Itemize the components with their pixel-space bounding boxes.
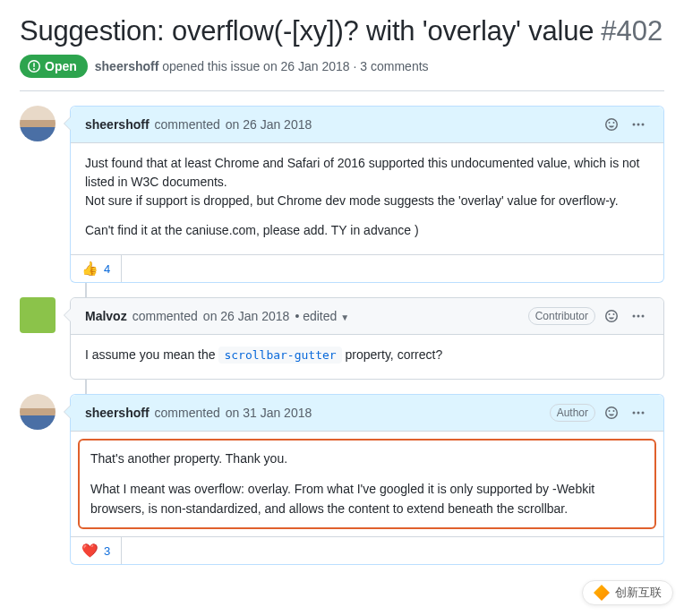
- svg-point-8: [642, 412, 645, 415]
- avatar[interactable]: [20, 297, 56, 333]
- comment-item: Malvoz commented on 26 Jan 2018 • edited…: [20, 297, 664, 380]
- comment-item: sheershoff commented on 26 Jan 2018 Just…: [20, 106, 664, 283]
- svg-point-3: [633, 315, 636, 318]
- meta-text: sheershoff opened this issue on 26 Jan 2…: [95, 59, 429, 73]
- comment-date: on 31 Jan 2018: [226, 406, 312, 420]
- svg-point-7: [637, 412, 640, 415]
- kebab-icon[interactable]: [628, 305, 649, 327]
- avatar[interactable]: [20, 106, 56, 141]
- reaction-thumbsup[interactable]: 👍 4: [71, 255, 122, 282]
- issue-title: Suggestion: overflow(-[xy])? with 'overl…: [20, 14, 594, 47]
- comment-body: I assume you mean the scrollbar-gutter p…: [71, 335, 663, 379]
- react-icon[interactable]: [601, 305, 622, 327]
- code-inline: scrollbar-gutter: [218, 346, 341, 364]
- comment-bubble: sheershoff commented on 26 Jan 2018 Just…: [70, 106, 664, 283]
- svg-point-6: [633, 412, 636, 415]
- comment-author[interactable]: Malvoz: [85, 309, 127, 323]
- reaction-heart[interactable]: ❤️ 3: [71, 537, 122, 564]
- comment-date: on 26 Jan 2018: [226, 117, 312, 132]
- comment-author[interactable]: sheershoff: [85, 406, 150, 420]
- watermark-logo-icon: [594, 585, 610, 594]
- svg-point-4: [637, 315, 640, 318]
- comment-item: sheershoff commented on 31 Jan 2018 Auth…: [20, 394, 664, 565]
- comment-body: Just found that at least Chrome and Safa…: [71, 143, 663, 254]
- state-badge: Open: [20, 55, 88, 78]
- svg-point-0: [633, 124, 636, 126]
- comment-bubble: sheershoff commented on 31 Jan 2018 Auth…: [70, 394, 664, 565]
- comment-header: Malvoz commented on 26 Jan 2018 • edited…: [71, 298, 663, 335]
- issue-meta: Open sheershoff opened this issue on 26 …: [20, 55, 664, 91]
- issue-number: #402: [601, 15, 663, 47]
- highlighted-body: That's another property. Thank you. What…: [78, 439, 656, 529]
- reactions-bar: 👍 4: [71, 254, 663, 282]
- react-icon[interactable]: [601, 114, 622, 135]
- comment-count: 3 comments: [360, 59, 428, 73]
- kebab-icon[interactable]: [628, 402, 649, 424]
- svg-point-2: [642, 124, 645, 126]
- kebab-icon[interactable]: [628, 114, 649, 135]
- avatar[interactable]: [20, 394, 56, 430]
- watermark: 创新互联: [582, 580, 673, 594]
- opened-date: on 26 Jan 2018: [263, 59, 350, 73]
- timeline: sheershoff commented on 26 Jan 2018 Just…: [20, 106, 664, 565]
- comment-header: sheershoff commented on 31 Jan 2018 Auth…: [71, 395, 663, 432]
- comment-date: on 26 Jan 2018: [203, 309, 290, 323]
- comment-author[interactable]: sheershoff: [85, 117, 150, 132]
- comment-bubble: Malvoz commented on 26 Jan 2018 • edited…: [70, 297, 664, 380]
- comment-header: sheershoff commented on 26 Jan 2018: [71, 107, 663, 143]
- issue-open-icon: [27, 59, 41, 73]
- issue-author[interactable]: sheershoff: [95, 59, 159, 73]
- role-badge: Contributor: [528, 307, 595, 325]
- svg-point-1: [637, 124, 640, 126]
- role-badge: Author: [550, 404, 595, 422]
- react-icon[interactable]: [601, 402, 622, 424]
- edited-label[interactable]: • edited ▼: [295, 309, 349, 323]
- svg-point-5: [642, 315, 645, 318]
- state-text: Open: [45, 59, 77, 73]
- reactions-bar: ❤️ 3: [71, 536, 663, 564]
